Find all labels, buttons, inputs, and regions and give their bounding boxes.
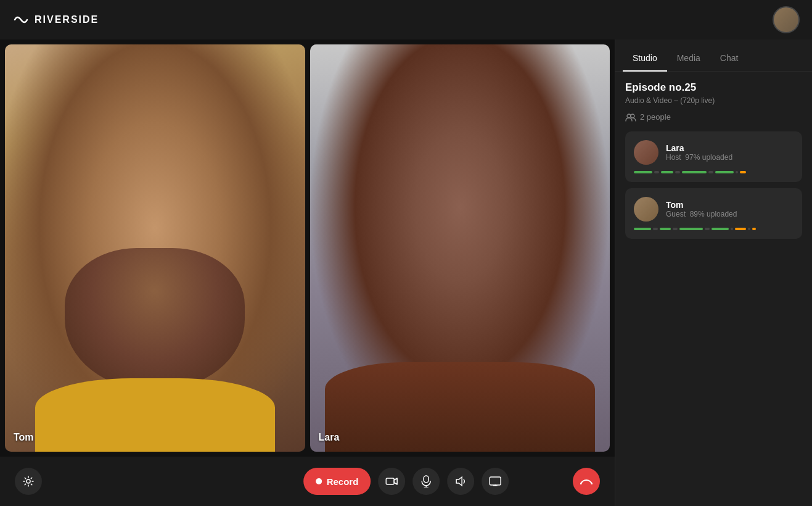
speaker-icon <box>454 475 467 487</box>
lara-info: Lara Host 97% uploaded <box>666 143 794 162</box>
video-area: Tom Lara <box>0 39 615 506</box>
svg-point-0 <box>27 479 30 483</box>
svg-marker-5 <box>456 477 462 486</box>
lara-seg3 <box>682 171 707 173</box>
lara-jacket <box>325 362 595 452</box>
tom-info: Tom Guest 89% uploaded <box>666 200 794 218</box>
bottom-bar: Record <box>0 457 615 506</box>
tom-header: Tom Guest 89% uploaded <box>634 197 794 222</box>
people-count: 2 people <box>625 112 802 122</box>
tom-gap4 <box>731 228 733 230</box>
lara-label: Lara <box>319 432 340 443</box>
tom-seg1 <box>634 228 651 230</box>
participant-card-lara: Lara Host 97% uploaded <box>625 131 802 182</box>
header: RIVERSIDE <box>0 0 812 39</box>
tom-gap1 <box>653 228 658 230</box>
tom-role-upload: Guest 89% uploaded <box>666 210 794 218</box>
audio-button[interactable] <box>447 468 474 495</box>
lara-role: Host <box>666 153 681 162</box>
bottom-right-controls <box>573 468 600 495</box>
svg-point-11 <box>627 114 631 118</box>
record-button[interactable]: Record <box>303 468 371 495</box>
lara-gap2 <box>675 171 680 173</box>
lara-gap3 <box>708 171 713 173</box>
lara-avatar-img <box>634 140 658 165</box>
main-content: Tom Lara <box>0 39 812 506</box>
end-call-button[interactable] <box>573 468 600 495</box>
logo-icon <box>12 11 30 28</box>
screen-share-button[interactable] <box>482 468 509 495</box>
svg-point-12 <box>631 114 634 118</box>
right-panel: Studio Media Chat Episode no.25 Audio & … <box>615 39 812 506</box>
lara-progress-bar <box>634 171 794 173</box>
tom-progress-bar <box>634 228 794 230</box>
lara-seg1 <box>634 171 652 173</box>
bottom-center-controls: Record <box>303 468 509 495</box>
tom-beard <box>65 248 245 391</box>
people-icon <box>625 113 636 122</box>
panel-tabs: Studio Media Chat <box>615 39 812 72</box>
screen-icon <box>489 476 501 486</box>
people-count-text: 2 people <box>640 112 671 122</box>
tab-studio[interactable]: Studio <box>623 46 667 72</box>
tom-upload: 89% uploaded <box>690 210 737 218</box>
mic-icon <box>421 475 431 487</box>
video-tile-lara: Lara <box>310 44 610 452</box>
svg-rect-2 <box>424 476 429 483</box>
tom-seg6 <box>752 228 756 230</box>
episode-subtitle: Audio & Video – (720p live) <box>625 96 802 105</box>
panel-content: Episode no.25 Audio & Video – (720p live… <box>615 72 812 506</box>
svg-rect-6 <box>490 477 501 485</box>
record-label: Record <box>327 476 359 487</box>
lara-gap1 <box>654 171 659 173</box>
avatar-image <box>774 7 798 32</box>
record-dot <box>316 478 322 484</box>
tom-seg3 <box>679 228 703 230</box>
lara-seg5 <box>740 171 746 173</box>
tom-gap2 <box>673 228 678 230</box>
lara-gap4 <box>736 171 738 173</box>
tom-avatar-img <box>634 197 658 222</box>
lara-seg2 <box>661 171 673 173</box>
user-avatar[interactable] <box>773 6 800 33</box>
video-bg-tom <box>5 44 305 452</box>
lara-name: Lara <box>666 143 794 153</box>
tab-chat[interactable]: Chat <box>710 46 748 72</box>
logo: RIVERSIDE <box>12 11 99 28</box>
camera-button[interactable] <box>378 468 405 495</box>
tom-seg4 <box>712 228 729 230</box>
lara-role-upload: Host 97% uploaded <box>666 153 794 162</box>
video-grid: Tom Lara <box>0 39 615 457</box>
tom-seg2 <box>660 228 671 230</box>
bottom-left-controls <box>15 468 42 495</box>
participant-card-tom: Tom Guest 89% uploaded <box>625 188 802 239</box>
tom-label: Tom <box>14 432 34 443</box>
episode-title: Episode no.25 <box>625 81 802 94</box>
mic-button[interactable] <box>412 468 440 495</box>
tom-shirt <box>35 378 275 452</box>
tom-avatar <box>634 197 658 222</box>
app-name: RIVERSIDE <box>35 14 99 25</box>
episode-section: Episode no.25 Audio & Video – (720p live… <box>625 81 802 122</box>
video-tile-tom: Tom <box>5 44 305 452</box>
lara-avatar <box>634 140 658 165</box>
tom-role: Guest <box>666 210 686 218</box>
tab-media[interactable]: Media <box>667 46 710 72</box>
gear-icon <box>22 475 35 487</box>
lara-upload: 97% uploaded <box>685 153 732 162</box>
tom-seg5 <box>735 228 746 230</box>
end-call-icon <box>580 478 593 484</box>
lara-header: Lara Host 97% uploaded <box>634 140 794 165</box>
tom-name: Tom <box>666 200 794 210</box>
settings-button[interactable] <box>15 468 42 495</box>
svg-rect-1 <box>386 478 394 484</box>
lara-seg4 <box>715 171 734 173</box>
video-bg-lara <box>310 44 610 452</box>
tom-gap3 <box>705 228 710 230</box>
camera-icon <box>385 476 398 486</box>
tom-gap5 <box>748 228 750 230</box>
